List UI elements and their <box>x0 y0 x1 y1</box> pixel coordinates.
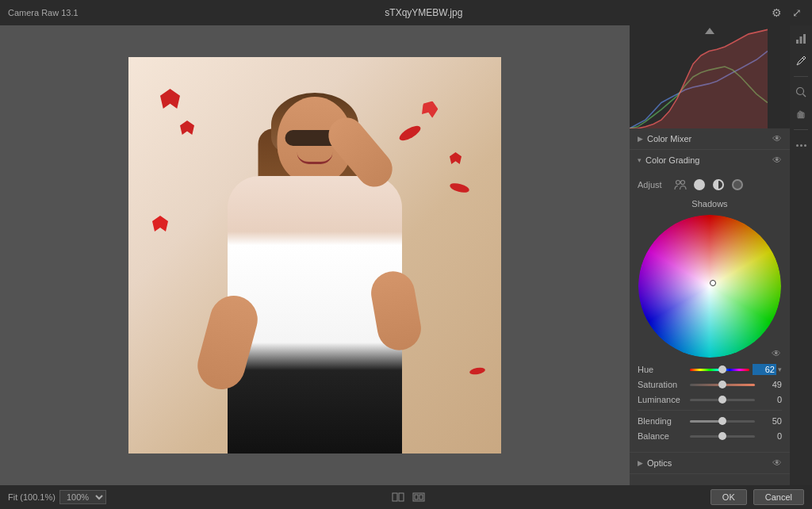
color-mixer-header-left: ▶ Color Mixer <box>638 134 691 144</box>
optics-eye-icon[interactable]: 👁 <box>772 457 782 469</box>
saturation-track <box>690 384 755 386</box>
svg-point-2 <box>681 181 685 185</box>
section-divider <box>638 410 782 411</box>
adjust-all-icon[interactable] <box>672 177 688 193</box>
color-grading-label: Color Grading <box>645 155 699 165</box>
saturation-value: 49 <box>758 380 782 389</box>
saturation-thumb[interactable] <box>718 381 726 388</box>
blending-track-container[interactable] <box>690 415 755 427</box>
svg-rect-4 <box>800 36 802 44</box>
balance-value: 0 <box>758 431 782 441</box>
blending-slider-row: Blending 50 <box>638 415 782 427</box>
petal-3 <box>469 366 485 375</box>
right-toolbar <box>790 25 812 485</box>
toolbar-separator-2 <box>794 129 808 130</box>
optics-header-left: ▶ Optics <box>638 458 672 468</box>
blending-label: Blending <box>638 416 687 426</box>
svg-rect-16 <box>419 495 423 499</box>
luminance-label: Luminance <box>638 395 687 404</box>
color-mixer-label: Color Mixer <box>647 134 691 144</box>
adjust-icons <box>672 177 745 193</box>
confetti-2 <box>180 121 194 135</box>
confetti-1 <box>160 89 180 109</box>
filmstrip-icon[interactable] <box>412 490 426 504</box>
blending-value: 50 <box>758 416 782 426</box>
color-wheel[interactable] <box>638 215 781 358</box>
filename: sTXqyYMEBW.jpg <box>385 7 462 18</box>
optics-header[interactable]: ▶ Optics 👁 <box>630 453 790 473</box>
hue-label: Hue <box>638 365 687 374</box>
color-mixer-arrow: ▶ <box>638 135 643 143</box>
toolbar-separator-1 <box>794 76 808 77</box>
histogram-area <box>630 25 790 128</box>
expand-icon[interactable]: ⤢ <box>790 6 804 20</box>
right-side: ▶ Color Mixer 👁 ▾ Color Grading 👁 <box>630 25 812 485</box>
zoom-dropdown[interactable]: 100% 50% 200% <box>59 490 106 504</box>
three-dots-icon[interactable] <box>792 136 810 154</box>
panels-container: ▶ Color Mixer 👁 ▾ Color Grading 👁 <box>630 128 790 485</box>
color-wheel-container[interactable]: 👁 <box>638 215 781 358</box>
saturation-slider-row: Saturation 49 <box>638 379 782 390</box>
torso <box>228 176 402 454</box>
svg-point-6 <box>797 88 804 95</box>
svg-line-7 <box>803 94 806 98</box>
hue-track <box>690 369 749 371</box>
svg-rect-11 <box>802 113 804 118</box>
midtones-circle <box>713 179 724 190</box>
hue-dropdown-arrow[interactable]: ▾ <box>778 365 782 373</box>
hand-tool-icon[interactable] <box>792 105 810 123</box>
main-content: ▶ Color Mixer 👁 ▾ Color Grading 👁 <box>0 25 812 485</box>
confetti-5 <box>152 216 168 232</box>
color-wheel-center-dot <box>708 285 711 288</box>
color-mixer-header[interactable]: ▶ Color Mixer 👁 <box>630 128 790 149</box>
bottom-bar: Fit (100.1%) 100% 50% 200% OK Cancel <box>0 485 812 509</box>
arm-left <box>192 290 262 394</box>
settings-icon[interactable]: ⚙ <box>769 6 783 20</box>
hue-value-input[interactable] <box>753 364 776 375</box>
luminance-track <box>690 399 755 401</box>
color-grading-content: Adjust <box>630 170 790 452</box>
balance-thumb[interactable] <box>718 432 726 440</box>
cancel-button[interactable]: Cancel <box>753 489 804 505</box>
histogram-chart <box>630 25 768 128</box>
blending-thumb[interactable] <box>718 417 726 425</box>
ok-button[interactable]: OK <box>710 489 747 505</box>
saturation-label: Saturation <box>638 380 687 389</box>
adjust-row: Adjust <box>638 177 782 193</box>
svg-rect-5 <box>803 34 806 44</box>
adjust-shadows-icon[interactable] <box>730 177 745 193</box>
confetti-4 <box>450 152 462 164</box>
app-title: Camera Raw 13.1 <box>8 8 79 17</box>
luminance-track-container[interactable] <box>690 394 755 405</box>
hue-slider-row: Hue ▾ <box>638 364 782 375</box>
edit-icon[interactable] <box>792 52 810 70</box>
luminance-thumb[interactable] <box>718 396 726 404</box>
adjust-midtones-icon[interactable] <box>710 177 726 193</box>
hue-track-container[interactable] <box>690 364 749 375</box>
hue-thumb[interactable] <box>718 365 726 373</box>
shadow-section-label: Shadows <box>638 199 782 209</box>
color-wheel-eye-icon[interactable]: 👁 <box>772 348 781 359</box>
saturation-track-container[interactable] <box>690 379 755 390</box>
color-grading-header[interactable]: ▾ Color Grading 👁 <box>630 150 790 170</box>
blending-track <box>690 420 755 423</box>
blending-fill <box>690 420 722 423</box>
color-grading-eye-icon[interactable]: 👁 <box>772 155 782 166</box>
adjust-label: Adjust <box>638 180 668 189</box>
photo-container <box>128 57 501 454</box>
bottom-center-icons <box>391 490 426 504</box>
zoom-tool-icon[interactable] <box>792 83 810 101</box>
petal-2 <box>449 182 470 194</box>
luminance-slider-row: Luminance 0 <box>638 394 782 405</box>
top-bar-actions: ⚙ ⤢ <box>769 6 804 20</box>
histogram-icon[interactable] <box>792 30 810 48</box>
balance-slider-row: Balance 0 <box>638 431 782 442</box>
zoom-controls: Fit (100.1%) 100% 50% 200% <box>8 490 106 504</box>
balance-track-container[interactable] <box>690 431 755 442</box>
svg-rect-12 <box>393 493 397 501</box>
top-bar: Camera Raw 13.1 sTXqyYMEBW.jpg ⚙ ⤢ <box>0 0 812 25</box>
adjust-highlights-icon[interactable] <box>691 177 707 193</box>
compare-icon[interactable] <box>391 490 405 504</box>
color-mixer-eye-icon[interactable]: 👁 <box>772 133 782 144</box>
balance-track <box>690 435 755 438</box>
